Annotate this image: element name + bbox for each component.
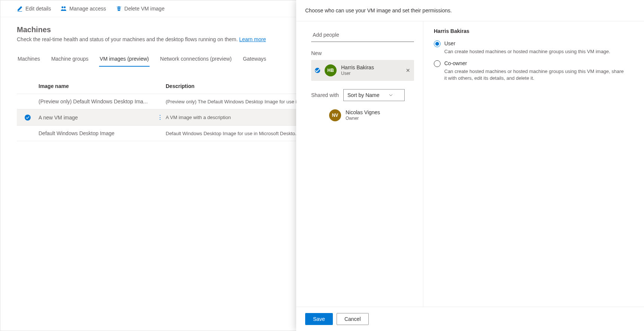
person-role: User [341,71,374,76]
tab-machines[interactable]: Machines [17,53,41,66]
row-name: (Preview only) Default Windows Desktop I… [39,98,154,104]
add-people-input[interactable] [311,28,414,42]
row-name: Default Windows Desktop Image [39,130,154,136]
tab-gateways[interactable]: Gateways [242,53,267,66]
tab-machine-groups[interactable]: Machine groups [50,53,89,66]
person-name: Harris Bakiras [341,64,374,71]
avatar: HB [325,64,337,76]
people-icon [61,6,67,12]
panel-people-column: New HB Harris Bakiras User ✕ Shared with… [296,21,423,307]
sort-by-value: Sort by Name [347,92,380,98]
shared-with-label: Shared with [311,92,339,98]
row-name: A new VM image [39,115,154,121]
permission-coowner-label: Co-owner [444,60,624,67]
panel-footer: Save Cancel [296,307,644,331]
avatar: NV [329,109,341,121]
delete-vm-image-label: Delete VM image [125,6,165,12]
col-header-name[interactable]: Image name [39,83,154,89]
page-subtitle-text: Check the real-time health and status of… [17,36,239,42]
learn-more-link[interactable]: Learn more [239,36,266,42]
panel-permissions-column: Harris Bakiras User Can create hosted ma… [423,21,644,307]
remove-person-icon[interactable]: ✕ [406,67,410,73]
panel-header: Choose who can use your VM image and set… [296,0,644,21]
edit-details-button[interactable]: Edit details [17,6,51,12]
person-name: Nicolas Vignes [346,109,380,116]
permission-user-desc: Can create hosted machines or hosted mac… [444,48,610,55]
permission-user-label: User [444,40,610,47]
tab-network-connections[interactable]: Network connections (preview) [159,53,232,66]
cancel-button[interactable]: Cancel [337,313,369,325]
shared-person-card[interactable]: NV Nicolas Vignes Owner [311,106,414,124]
sort-by-select[interactable]: Sort by Name [343,89,405,101]
delete-vm-image-button[interactable]: Delete VM image [116,6,165,12]
manage-access-label: Manage access [69,6,106,12]
edit-details-label: Edit details [25,6,51,12]
new-section-label: New [311,50,414,56]
chevron-down-icon [389,93,393,97]
tab-vm-images[interactable]: VM images (preview) [99,53,150,66]
person-role: Owner [346,116,380,121]
permission-coowner-radio[interactable] [434,60,441,67]
manage-access-button[interactable]: Manage access [61,6,106,12]
delete-icon [116,6,122,12]
save-button[interactable]: Save [305,313,333,325]
permission-coowner-desc: Can create hosted machines or hosted mac… [444,68,624,81]
row-selected-check-icon[interactable] [25,115,31,121]
edit-icon [17,6,23,12]
person-selected-check-icon [315,68,320,73]
permission-user-radio[interactable] [434,40,441,47]
row-menu-icon[interactable]: ⋮ [157,114,163,121]
manage-access-panel: Choose who can use your VM image and set… [296,0,644,331]
new-person-card[interactable]: HB Harris Bakiras User ✕ [311,60,414,81]
selected-user-name: Harris Bakiras [434,28,634,34]
